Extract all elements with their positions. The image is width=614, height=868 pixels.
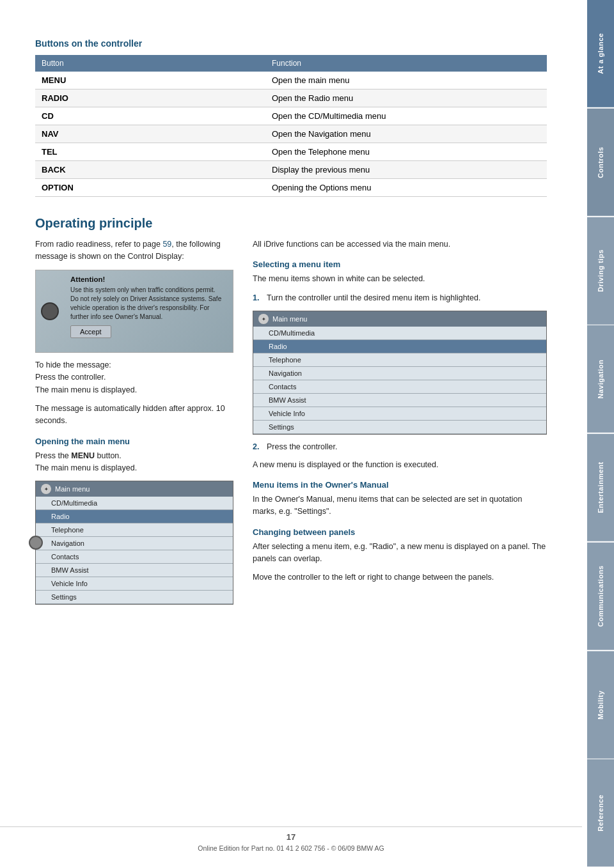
accept-button[interactable]: Accept bbox=[70, 325, 111, 338]
menu-item: BMW Assist bbox=[36, 564, 233, 577]
button-cell: TEL bbox=[35, 143, 265, 161]
menu-icon-1: ✦ bbox=[41, 484, 51, 494]
auto-hidden-text: The message is automatically hidden afte… bbox=[35, 403, 233, 428]
function-cell: Open the CD/Multimedia menu bbox=[265, 107, 547, 125]
menu-item: Radio bbox=[253, 340, 546, 353]
opening-main-menu-text: Press the MENU button.The main menu is d… bbox=[35, 450, 233, 475]
table-row: BACKDisplay the previous menu bbox=[35, 161, 547, 179]
selecting-menu-heading: Selecting a menu item bbox=[253, 260, 547, 269]
sidebar-tab-communications[interactable]: Communications bbox=[587, 543, 614, 650]
table-row: RADIOOpen the Radio menu bbox=[35, 89, 547, 107]
main-content: Buttons on the controller Button Functio… bbox=[0, 0, 582, 868]
menu-item: CD/Multimedia bbox=[253, 327, 546, 340]
table-header-function: Function bbox=[265, 55, 547, 72]
attention-screenshot: Attention! Use this system only when tra… bbox=[35, 270, 233, 353]
menu-item: Vehicle Info bbox=[36, 577, 233, 591]
menu-header-label-2: Main menu bbox=[272, 315, 307, 323]
two-column-layout: From radio readiness, refer to page 59, … bbox=[35, 238, 547, 611]
button-cell: NAV bbox=[35, 125, 265, 143]
step-2: 2. Press the controller. bbox=[253, 441, 547, 453]
step-1: 1. Turn the controller until the desired… bbox=[253, 292, 547, 304]
page-link[interactable]: 59 bbox=[162, 240, 171, 249]
attention-header: Attention! bbox=[70, 275, 225, 283]
menu-item: BMW Assist bbox=[253, 394, 546, 407]
left-column: From radio readiness, refer to page 59, … bbox=[35, 238, 233, 611]
menu-items-list-1: CD/MultimediaRadioTelephoneNavigationCon… bbox=[36, 497, 233, 604]
menu-item: Contacts bbox=[36, 550, 233, 564]
menu-items-owners-text: In the Owner's Manual, menu items that c… bbox=[253, 493, 547, 518]
button-cell: RADIO bbox=[35, 89, 265, 107]
sidebar-tab-at-a-glance[interactable]: At a glance bbox=[587, 0, 614, 107]
menu-item: Navigation bbox=[253, 367, 546, 380]
menu-header-2: ✦ Main menu bbox=[253, 311, 546, 327]
main-menu-screenshot-1: ✦ Main menu CD/MultimediaRadioTelephoneN… bbox=[35, 481, 233, 605]
function-cell: Display the previous menu bbox=[265, 161, 547, 179]
menu-screen-2: ✦ Main menu CD/MultimediaRadioTelephoneN… bbox=[253, 311, 547, 435]
menu-item: Telephone bbox=[36, 523, 233, 537]
button-cell: BACK bbox=[35, 161, 265, 179]
table-header-button: Button bbox=[35, 55, 265, 72]
menu-icon-2: ✦ bbox=[258, 314, 269, 324]
sidebar-tab-mobility[interactable]: Mobility bbox=[587, 651, 614, 759]
menu-header-1: ✦ Main menu bbox=[36, 481, 233, 497]
step-1-number: 1. bbox=[253, 292, 262, 304]
changing-panels-text1: After selecting a menu item, e.g. "Radio… bbox=[253, 541, 547, 566]
sidebar-tab-reference[interactable]: Reference bbox=[587, 759, 614, 867]
sidebar-tab-navigation[interactable]: Navigation bbox=[587, 325, 614, 433]
right-column: All iDrive functions can be accessed via… bbox=[253, 238, 547, 611]
menu-items-list-2: CD/MultimediaRadioTelephoneNavigationCon… bbox=[253, 327, 546, 434]
menu-item: Telephone bbox=[253, 353, 546, 367]
table-row: TELOpen the Telephone menu bbox=[35, 143, 547, 161]
menu-item: Vehicle Info bbox=[253, 407, 546, 421]
step-2-text: Press the controller. bbox=[267, 441, 337, 453]
hide-message-text: To hide the message:Press the controller… bbox=[35, 359, 233, 396]
table-row: MENUOpen the main menu bbox=[35, 72, 547, 89]
menu-items-owners-heading: Menu items in the Owner's Manual bbox=[253, 480, 547, 490]
controller-icon bbox=[41, 302, 59, 320]
step-3-text: A new menu is displayed or the function … bbox=[253, 459, 547, 471]
table-row: OPTIONOpening the Options menu bbox=[35, 179, 547, 197]
menu-item: CD/Multimedia bbox=[36, 497, 233, 510]
operating-title: Operating principle bbox=[35, 216, 547, 231]
selecting-menu-text: The menu items shown in white can be sel… bbox=[253, 273, 547, 285]
sidebar-tab-driving-tips[interactable]: Driving tips bbox=[587, 217, 614, 325]
menu-item: Settings bbox=[36, 591, 233, 604]
menu-header-label-1: Main menu bbox=[55, 485, 90, 493]
sidebar: At a glanceControlsDriving tipsNavigatio… bbox=[587, 0, 614, 868]
menu-bold: MENU bbox=[71, 451, 95, 460]
opening-main-menu-heading: Opening the main menu bbox=[35, 437, 233, 446]
left-controller-icon bbox=[29, 536, 43, 550]
menu-screen-1: ✦ Main menu CD/MultimediaRadioTelephoneN… bbox=[35, 481, 233, 605]
changing-panels-text2: Move the controller to the left or right… bbox=[253, 571, 547, 584]
footer-text: Online Edition for Part no. 01 41 2 602 … bbox=[0, 844, 582, 852]
function-cell: Open the Navigation menu bbox=[265, 125, 547, 143]
button-cell: OPTION bbox=[35, 179, 265, 197]
button-cell: CD bbox=[35, 107, 265, 125]
step-2-number: 2. bbox=[253, 441, 262, 453]
function-cell: Open the main menu bbox=[265, 72, 547, 89]
page-footer: 17 Online Edition for Part no. 01 41 2 6… bbox=[0, 826, 582, 852]
all-functions-text: All iDrive functions can be accessed via… bbox=[253, 238, 547, 251]
button-cell: MENU bbox=[35, 72, 265, 89]
page-container: Buttons on the controller Button Functio… bbox=[0, 0, 614, 868]
intro-text: From radio readiness, refer to page 59, … bbox=[35, 238, 233, 263]
attention-content: Attention! Use this system only when tra… bbox=[70, 275, 225, 347]
buttons-section-title: Buttons on the controller bbox=[35, 38, 547, 49]
menu-item: Radio bbox=[36, 510, 233, 523]
main-menu-screenshot-2: ✦ Main menu CD/MultimediaRadioTelephoneN… bbox=[253, 311, 547, 435]
page-number: 17 bbox=[0, 832, 582, 842]
menu-item: Navigation bbox=[36, 537, 233, 550]
menu-item: Settings bbox=[253, 421, 546, 434]
table-row: NAVOpen the Navigation menu bbox=[35, 125, 547, 143]
step-1-text: Turn the controller until the desired me… bbox=[267, 292, 480, 304]
sidebar-tab-controls[interactable]: Controls bbox=[587, 109, 614, 216]
function-cell: Open the Telephone menu bbox=[265, 143, 547, 161]
attention-body: Use this system only when traffic condit… bbox=[70, 286, 225, 322]
changing-panels-heading: Changing between panels bbox=[253, 527, 547, 537]
table-row: CDOpen the CD/Multimedia menu bbox=[35, 107, 547, 125]
buttons-section: Buttons on the controller Button Functio… bbox=[35, 38, 547, 197]
function-cell: Opening the Options menu bbox=[265, 179, 547, 197]
controller-table: Button Function MENUOpen the main menuRA… bbox=[35, 55, 547, 197]
sidebar-tab-entertainment[interactable]: Entertainment bbox=[587, 434, 614, 541]
menu-item: Contacts bbox=[253, 380, 546, 394]
